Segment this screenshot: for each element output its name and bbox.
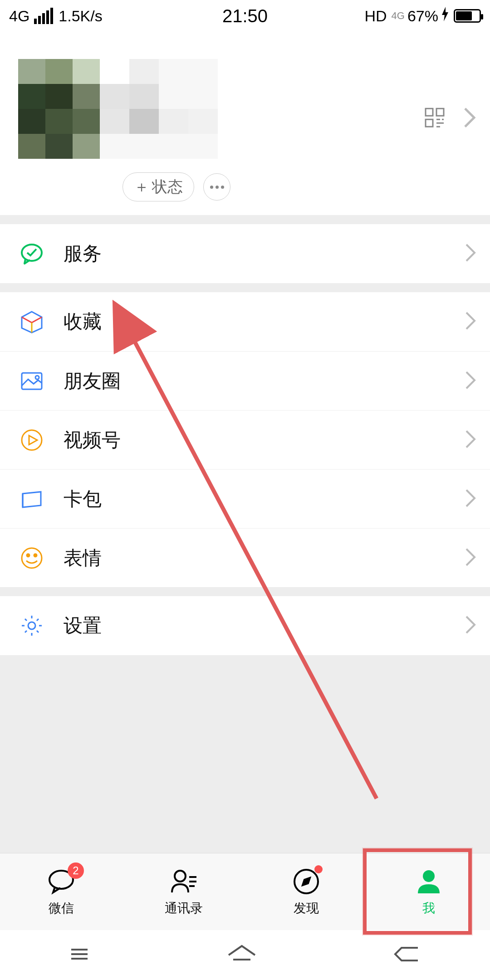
favorites-icon (18, 308, 45, 335)
moments-icon (18, 368, 45, 395)
recent-apps-button[interactable] (67, 941, 92, 969)
services-icon (18, 240, 45, 267)
menu-label: 表情 (64, 545, 102, 571)
menu-label: 收藏 (64, 309, 102, 334)
svg-point-17 (34, 554, 37, 557)
svg-point-26 (423, 870, 435, 882)
settings-icon (18, 612, 45, 639)
chevron-right-icon (465, 547, 476, 569)
chevron-right-icon (465, 615, 476, 637)
charging-icon (441, 7, 449, 25)
secondary-network-mode: 4G (392, 12, 405, 20)
contacts-icon (169, 867, 198, 896)
menu-item-favorites[interactable]: 收藏 (0, 292, 490, 351)
status-button-label: 状态 (152, 176, 183, 197)
svg-marker-13 (29, 436, 37, 445)
chevron-right-icon (463, 106, 476, 131)
svg-marker-25 (303, 878, 310, 885)
me-icon (414, 867, 443, 896)
svg-point-12 (22, 430, 42, 450)
status-bar: 4G 1.5K/s 21:50 HD 4G 67% (0, 0, 490, 32)
system-nav-bar (0, 930, 490, 980)
menu-label: 服务 (64, 241, 102, 266)
menu-label: 设置 (64, 613, 102, 638)
chevron-right-icon (465, 370, 476, 392)
menu-label: 朋友圈 (64, 368, 121, 394)
tab-label: 通讯录 (165, 900, 203, 917)
svg-rect-0 (426, 108, 433, 116)
tab-chat[interactable]: 2 微信 (16, 867, 107, 917)
redacted-name (100, 59, 218, 159)
channels-icon (18, 426, 45, 454)
tab-label: 我 (422, 900, 435, 917)
qrcode-icon[interactable] (425, 108, 445, 129)
plus-icon: ＋ (134, 176, 149, 197)
menu-item-cards[interactable]: 卡包 (0, 469, 490, 528)
menu-item-stickers[interactable]: 表情 (0, 528, 490, 587)
chevron-right-icon (465, 243, 476, 265)
tab-discover[interactable]: 发现 (261, 867, 352, 917)
hd-indicator: HD (364, 7, 387, 25)
network-mode: 4G (9, 7, 29, 25)
svg-point-11 (35, 376, 39, 379)
avatar[interactable] (18, 59, 200, 159)
menu-label: 卡包 (64, 486, 102, 512)
battery-icon (454, 9, 481, 23)
tab-label: 发现 (294, 900, 319, 917)
chat-icon: 2 (47, 867, 76, 896)
chevron-right-icon (465, 311, 476, 333)
cards-icon (18, 485, 45, 513)
chat-badge: 2 (68, 862, 84, 879)
discover-icon (292, 867, 321, 896)
more-button[interactable] (203, 173, 230, 201)
menu-item-settings[interactable]: 设置 (0, 596, 490, 655)
chevron-right-icon (465, 488, 476, 510)
chevron-right-icon (465, 429, 476, 451)
menu-item-services[interactable]: 服务 (0, 224, 490, 283)
tab-contacts[interactable]: 通讯录 (138, 867, 229, 917)
back-button[interactable] (392, 941, 423, 969)
profile-card[interactable]: ＋ 状态 (0, 32, 490, 215)
svg-point-16 (27, 554, 29, 557)
tab-bar: 2 微信 通讯录 发现 (0, 853, 490, 930)
network-speed: 1.5K/s (59, 7, 102, 25)
battery-pct: 67% (407, 7, 438, 25)
home-button[interactable] (226, 941, 258, 969)
discover-badge-dot (314, 865, 323, 873)
status-button[interactable]: ＋ 状态 (122, 172, 194, 201)
stickers-icon (18, 544, 45, 572)
tab-me[interactable]: 我 (383, 867, 474, 917)
svg-point-20 (175, 871, 186, 882)
menu-item-channels[interactable]: 视频号 (0, 410, 490, 469)
clock: 21:50 (222, 6, 268, 26)
svg-rect-1 (436, 108, 444, 116)
signal-icon (34, 8, 53, 24)
menu-label: 视频号 (64, 427, 121, 453)
svg-rect-2 (426, 119, 433, 127)
menu-item-moments[interactable]: 朋友圈 (0, 351, 490, 410)
svg-point-15 (22, 548, 42, 568)
svg-point-18 (28, 622, 35, 629)
tab-label: 微信 (49, 900, 74, 917)
